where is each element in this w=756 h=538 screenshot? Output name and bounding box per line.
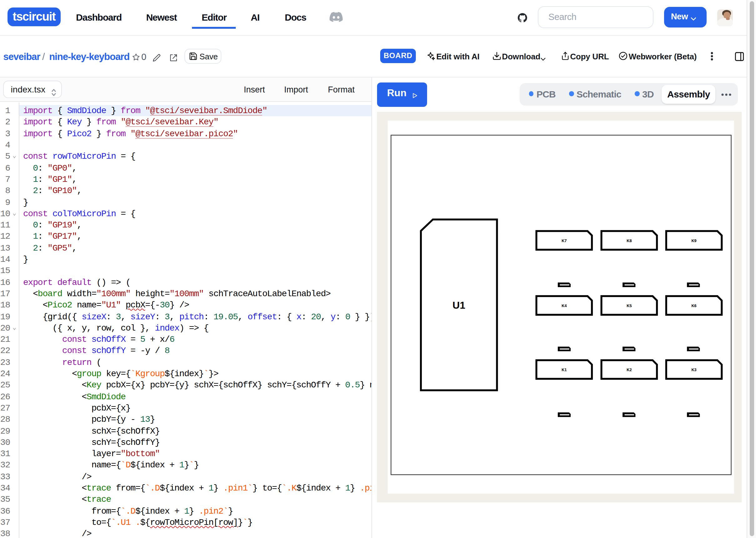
svg-text:K8: K8 — [626, 239, 632, 243]
svg-text:K5: K5 — [626, 304, 632, 308]
svg-text:K2: K2 — [626, 368, 632, 372]
svg-text:K9: K9 — [691, 239, 696, 243]
svg-text:K7: K7 — [561, 239, 566, 243]
svg-text:K6: K6 — [691, 304, 696, 308]
svg-text:K1: K1 — [561, 368, 566, 372]
svg-text:K3: K3 — [691, 368, 696, 372]
svg-text:U1: U1 — [452, 299, 465, 311]
svg-text:K4: K4 — [561, 304, 567, 308]
